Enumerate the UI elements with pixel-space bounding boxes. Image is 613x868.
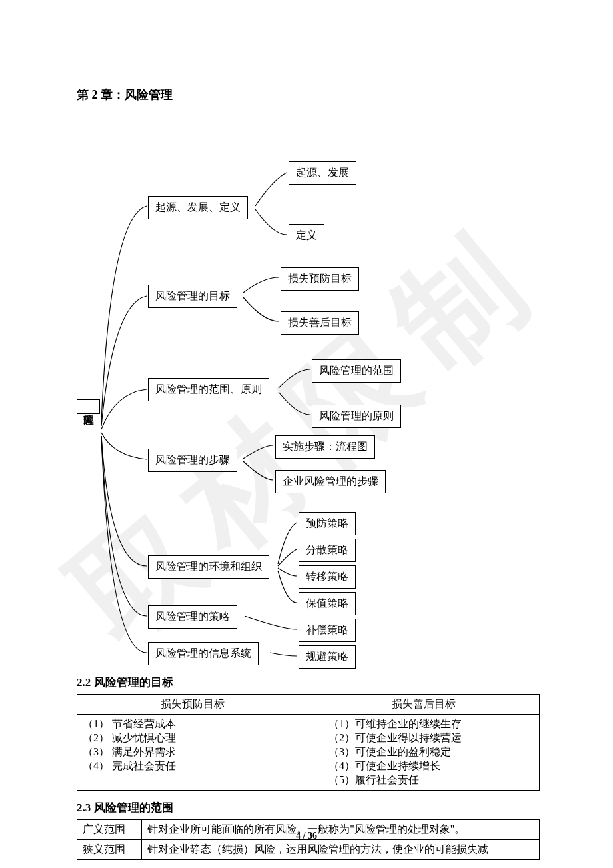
node-s3: 转移策略 (299, 565, 356, 589)
table-row: 狭义范围 针对企业静态（纯损）风险，运用风险管理的方法，使企业的可能损失减 (77, 840, 540, 860)
table-22: 损失预防目标 损失善后目标 （1） 节省经营成本 （2） 减少忧惧心理 （3） … (77, 694, 540, 791)
item: （2） 减少忧惧心理 (83, 731, 303, 745)
item: （5）履行社会责任 (328, 773, 534, 787)
table-23: 广义范围 针对企业所可能面临的所有风险。一般称为"风险管理的处理对象"。 狭义范… (77, 819, 540, 860)
td-right: （1）可维持企业的继续生存 （2）可使企业得以持续营运 （3）可使企业的盈利稳定… (308, 715, 540, 791)
item: （2）可使企业得以持续营运 (328, 731, 534, 745)
node-b2-c2: 损失善后目标 (281, 311, 359, 335)
td-k: 狭义范围 (77, 840, 142, 860)
node-s4: 保值策略 (299, 592, 356, 615)
node-b2: 风险管理的目标 (148, 285, 237, 308)
td-left: （1） 节省经营成本 （2） 减少忧惧心理 （3） 满足外界需求 （4） 完成社… (77, 715, 308, 791)
td-v: 针对企业静态（纯损）风险，运用风险管理的方法，使企业的可能损失减 (142, 840, 540, 860)
chapter-title: 第 2 章：风险管理 (77, 87, 540, 103)
section-22-title: 2.2 风险管理的目标 (77, 675, 540, 690)
td-v: 针对企业所可能面临的所有风险。一般称为"风险管理的处理对象"。 (142, 820, 540, 840)
td-k: 广义范围 (77, 820, 142, 840)
page-content: 第 2 章：风险管理 风险管理 起源、发展、定义 (0, 0, 613, 860)
item: （4）可使企业持续增长 (328, 759, 534, 773)
node-b2-c1: 损失预防目标 (281, 267, 359, 291)
node-b4-c1: 实施步骤：流程图 (275, 435, 375, 459)
table-row: （1） 节省经营成本 （2） 减少忧惧心理 （3） 满足外界需求 （4） 完成社… (77, 715, 540, 791)
item: （1）可维持企业的继续生存 (328, 717, 534, 731)
node-s2: 分散策略 (299, 539, 356, 562)
item: （3） 满足外界需求 (83, 745, 303, 759)
node-b3-c1: 风险管理的范围 (312, 359, 401, 383)
table-row: 损失预防目标 损失善后目标 (77, 695, 540, 715)
th-left: 损失预防目标 (77, 695, 308, 715)
node-s1: 预防策略 (299, 512, 356, 535)
item: （4） 完成社会责任 (83, 759, 303, 773)
node-b6: 风险管理的策略 (148, 605, 237, 629)
th-right: 损失善后目标 (308, 695, 540, 715)
section-23-title: 2.3 风险管理的范围 (77, 800, 540, 815)
node-b5: 风险管理的环境和组织 (148, 555, 269, 579)
node-b4: 风险管理的步骤 (148, 449, 237, 472)
node-b4-c2: 企业风险管理的步骤 (275, 470, 386, 493)
node-s5: 补偿策略 (299, 619, 356, 642)
node-b7: 风险管理的信息系统 (148, 642, 259, 665)
node-b1-c2: 定义 (289, 224, 324, 247)
diagram-container: 风险管理 起源、发展、定义 起源、发展 定义 风险管理的目标 损失预防目标 损失… (77, 123, 540, 663)
node-b3: 风险管理的范围、原则 (148, 378, 269, 401)
item: （1） 节省经营成本 (83, 717, 303, 731)
item: （3）可使企业的盈利稳定 (328, 745, 534, 759)
node-b1: 起源、发展、定义 (148, 196, 248, 219)
root-node: 风险管理 (77, 399, 100, 414)
node-b1-c1: 起源、发展 (289, 161, 356, 185)
table-row: 广义范围 针对企业所可能面临的所有风险。一般称为"风险管理的处理对象"。 (77, 820, 540, 840)
node-s6: 规避策略 (299, 645, 356, 669)
node-b3-c2: 风险管理的原则 (312, 405, 401, 428)
